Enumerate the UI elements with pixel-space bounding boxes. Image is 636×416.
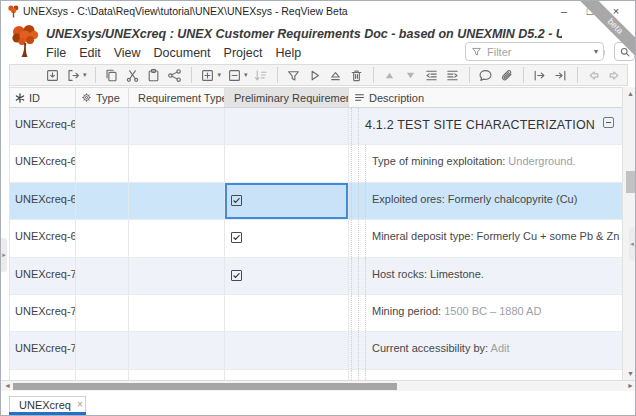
attachments-icon[interactable] [498,66,516,84]
cell-type[interactable] [76,258,129,294]
table-row[interactable]: UNEXcreq-73 General mine description: Ac… [10,370,622,380]
remove-item-caret[interactable]: ▾ [244,71,248,79]
right-panel-splitter[interactable]: ◂ [629,227,635,261]
export-caret[interactable]: ▾ [83,71,87,79]
menu-document[interactable]: Document [154,46,211,60]
cell-type[interactable] [76,332,129,368]
menu-edit[interactable]: Edit [79,46,101,60]
scroll-up-icon[interactable]: ▲ [623,90,636,97]
cell-type[interactable] [76,145,129,181]
export-document-icon[interactable] [64,66,82,84]
table-row[interactable]: UNEXcreq-71 Mining period: 1500 BC – 188… [10,295,622,332]
cell-preliminary-requirement[interactable] [225,220,349,256]
move-down-icon[interactable] [402,66,420,84]
scroll-right-icon[interactable]: ► [627,382,634,389]
cell-preliminary-requirement[interactable] [225,295,349,331]
scroll-down-icon[interactable]: ▼ [623,370,636,377]
publish-icon[interactable] [327,66,345,84]
table-row[interactable]: UNEXcreq-67 Type of mining exploitation:… [10,145,622,182]
menu-project[interactable]: Project [224,46,263,60]
start-review-icon[interactable] [306,66,324,84]
incoming-links-icon[interactable] [552,66,570,84]
cell-id[interactable]: UNEXcreq-71 [10,295,76,331]
column-header-type[interactable]: Type [76,88,129,107]
cell-type[interactable] [76,295,129,331]
cell-description[interactable]: General mine description: Access adit (D… [349,370,622,380]
vertical-scroll-thumb[interactable] [626,171,635,193]
remove-item-icon[interactable] [225,66,243,84]
cell-requirement-type[interactable] [129,370,225,380]
checkbox-checked[interactable] [231,195,242,206]
column-header-preliminary-requirement[interactable]: Preliminary Requirement [225,88,349,107]
checkbox-checked[interactable] [231,270,242,281]
outgoing-links-icon[interactable] [531,66,549,84]
save-document-icon[interactable] [43,66,61,84]
table-row[interactable]: UNEXcreq-70 Host rocks: Limestone. [10,258,622,295]
cell-preliminary-requirement[interactable] [225,145,349,181]
cell-requirement-type[interactable] [129,220,225,256]
comments-icon[interactable] [477,66,495,84]
add-item-icon[interactable] [199,66,217,84]
minimize-button[interactable]: – [551,1,577,21]
menu-view[interactable]: View [114,46,141,60]
promote-icon[interactable] [444,66,462,84]
cell-requirement-type[interactable] [129,332,225,368]
checkbox-checked[interactable] [231,232,242,243]
left-panel-splitter[interactable]: ▸ [1,238,7,272]
cell-id[interactable]: UNEXcreq-72 [10,332,76,368]
column-header-description[interactable]: Description [349,88,622,107]
tab-close-icon[interactable]: × [77,399,83,410]
cell-description[interactable]: Current accessibility by: Adit [349,332,622,368]
tab-unexcreq[interactable]: UNEXcreq × [9,396,86,412]
search-button[interactable] [614,42,635,61]
menu-help[interactable]: Help [275,46,301,60]
share-links-icon[interactable] [166,66,184,84]
cell-type[interactable] [76,108,129,144]
cell-id[interactable]: UNEXcreq-67 [10,145,76,181]
cell-type[interactable] [76,183,129,219]
cell-requirement-type[interactable] [129,145,225,181]
column-header-requirement-type[interactable]: Requirement Type [129,88,225,107]
table-row[interactable]: UNEXcreq-68 Exploited ores: Formerly cha… [10,183,622,220]
scroll-left-icon[interactable]: ◄ [4,382,11,389]
cell-id[interactable]: UNEXcreq-70 [10,258,76,294]
menu-file[interactable]: File [46,46,66,60]
sort-icon[interactable] [252,66,270,84]
cell-id[interactable]: UNEXcreq-73 [10,370,76,380]
copy-icon[interactable] [103,66,121,84]
cell-description[interactable]: Mining period: 1500 BC – 1880 AD [349,295,622,331]
add-item-caret[interactable]: ▾ [218,71,222,79]
cell-description[interactable]: 4.1.2 TEST SITE CHARACTERIZATION [349,108,622,144]
cell-id[interactable]: UNEXcreq-68 [10,183,76,219]
cell-description[interactable]: Mineral deposit type: Formerly Cu + some… [349,220,622,256]
cell-requirement-type[interactable] [129,258,225,294]
delete-icon[interactable] [348,66,366,84]
cell-id[interactable]: UNEXcreq-66 [10,108,76,144]
maximize-button[interactable]: □ [577,1,603,21]
cell-type[interactable] [76,370,129,380]
cell-description[interactable]: Exploited ores: Formerly chalcopyrite (C… [349,183,622,219]
cell-requirement-type[interactable] [129,108,225,144]
cell-type[interactable] [76,220,129,256]
cell-requirement-type[interactable] [129,295,225,331]
cell-preliminary-requirement[interactable] [225,370,349,380]
cell-preliminary-requirement[interactable] [225,332,349,368]
history-back-icon[interactable] [585,66,603,84]
filter-dropdown-caret[interactable]: ▾ [594,47,598,56]
horizontal-scrollbar[interactable]: ◄ ► [1,380,636,391]
filter-rows-icon[interactable] [285,66,303,84]
paste-icon[interactable] [145,66,163,84]
table-row[interactable]: UNEXcreq-69 Mineral deposit type: Former… [10,220,622,257]
cell-id[interactable]: UNEXcreq-69 [10,220,76,256]
cell-description[interactable]: Type of mining exploitation: Underground… [349,145,622,181]
table-row[interactable]: UNEXcreq-66 4.1.2 TEST SITE CHARACTERIZA… [10,108,622,145]
cell-preliminary-requirement[interactable] [225,258,349,294]
collapse-section-icon[interactable] [603,117,614,128]
table-row[interactable]: UNEXcreq-72 Current accessibility by: Ad… [10,332,622,369]
history-forward-icon[interactable] [606,66,624,84]
close-button[interactable]: × [603,1,629,21]
demote-icon[interactable] [423,66,441,84]
move-up-icon[interactable] [381,66,399,84]
horizontal-scroll-thumb[interactable] [13,383,397,390]
cell-description[interactable]: Host rocks: Limestone. [349,258,622,294]
